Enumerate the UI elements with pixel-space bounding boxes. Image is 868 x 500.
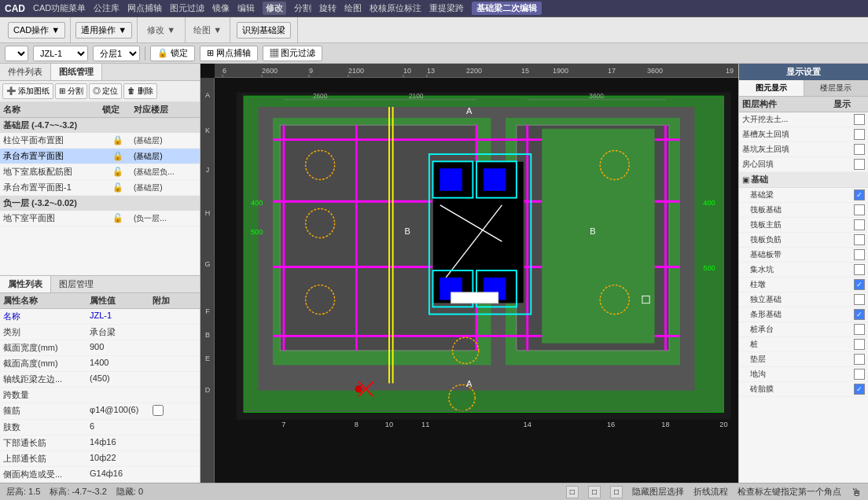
svg-text:2100: 2100	[409, 92, 424, 100]
layer-checkbox[interactable]	[854, 204, 865, 215]
prop-row[interactable]: 肢数6	[0, 420, 200, 436]
prop-row[interactable]: 截面高度(mm)1400	[0, 356, 200, 372]
layer-checkbox[interactable]	[854, 354, 865, 365]
menu-verify[interactable]: 校核原位标注	[370, 2, 421, 14]
menu-draw[interactable]: 绘图	[344, 2, 362, 14]
locate-button[interactable]: ◎ 定位	[89, 83, 123, 99]
list-item[interactable]: 柱位平面布置图 🔒 (基础层)	[0, 133, 200, 149]
layer-checkbox-checked[interactable]: ✓	[854, 279, 865, 290]
svg-text:A: A	[205, 91, 210, 99]
menu-secondary-edit[interactable]: 基础梁二次编辑	[472, 2, 542, 15]
snap-toggle3[interactable]: □	[610, 486, 623, 498]
snap-toggle2[interactable]: □	[588, 486, 601, 498]
layer-row[interactable]: 砖胎膜 ✓	[739, 382, 868, 397]
add-drawing-button[interactable]: ➕ 添加图纸	[2, 83, 53, 99]
list-item[interactable]: 地下室底板配筋图 🔓 (基础层负...	[0, 164, 200, 180]
layer-row[interactable]: 房心回填	[739, 157, 868, 172]
menu-cad[interactable]: CAD功能菜单	[33, 2, 86, 14]
filter-button[interactable]: ▦ 图元过滤	[263, 46, 322, 61]
svg-text:2200: 2200	[466, 67, 482, 75]
prop-row[interactable]: 类别承台梁	[0, 325, 200, 340]
layer-checkbox[interactable]	[854, 369, 865, 380]
layer-row[interactable]: 条形基础 ✓	[739, 307, 868, 322]
layer-row[interactable]: 垫层	[739, 352, 868, 367]
layer-checkbox[interactable]	[854, 264, 865, 275]
menu-edit[interactable]: 编辑	[237, 2, 255, 14]
layer-checkbox[interactable]	[854, 114, 865, 125]
tab-element-display[interactable]: 图元显示	[739, 80, 804, 96]
menu-modify[interactable]: 修改	[263, 2, 286, 15]
layer-checkbox[interactable]	[854, 249, 865, 260]
layer-row[interactable]: 集水坑	[739, 263, 868, 278]
lock-button[interactable]: 🔒 锁定	[150, 46, 195, 61]
menu-filter[interactable]: 图元过滤	[170, 2, 204, 14]
layer-checkbox-checked[interactable]: ✓	[854, 309, 865, 320]
menu-split[interactable]: 分割	[294, 2, 311, 14]
prop-row[interactable]: 跨数量	[0, 388, 200, 403]
layer-row[interactable]: 基础梁 ✓	[739, 188, 868, 203]
right-panel-tabs: 图元显示 楼层显示	[739, 80, 868, 97]
layer-row[interactable]: 基槽灰土回填	[739, 127, 868, 142]
menu-rotate[interactable]: 旋转	[319, 2, 337, 14]
layer-checkbox[interactable]	[854, 324, 865, 335]
file-floor: (基础层)	[134, 135, 197, 146]
layer-checkbox[interactable]	[854, 144, 865, 155]
identify-beam-button[interactable]: 识别基础梁	[237, 22, 291, 39]
layer-name: 大开挖去土...	[742, 114, 851, 125]
tab-drawing-mgmt[interactable]: 图纸管理	[51, 64, 102, 80]
layer-row[interactable]: 筏板负筋	[739, 233, 868, 248]
prop-row[interactable]: 上部通长筋10ф22	[0, 451, 200, 467]
prop-row[interactable]: 箍筋φ14@100(6)	[0, 403, 200, 420]
layer-checkbox[interactable]	[854, 159, 865, 170]
prop-row[interactable]: 侧面构造或受...G14ф16	[0, 467, 200, 483]
multipoint-snap-button[interactable]: ⊞ 网点捕轴	[200, 46, 258, 61]
snap-toggle[interactable]: □	[566, 486, 579, 498]
layer-row[interactable]: 大开挖去土...	[739, 112, 868, 127]
layer-checkbox[interactable]	[854, 339, 865, 350]
prop-row[interactable]: 轴线距梁左边...(450)	[0, 372, 200, 388]
tab-props[interactable]: 属性列表	[0, 276, 51, 292]
menu-snap[interactable]: 网点捕轴	[127, 2, 162, 14]
common-ops-button[interactable]: 通用操作 ▼	[75, 22, 132, 39]
delete-button[interactable]: 🗑 删除	[123, 83, 157, 99]
layer-row[interactable]: 地沟	[739, 367, 868, 382]
layer-row[interactable]: 基坑灰土回填	[739, 142, 868, 157]
toolbar-group-cad: CAD操作 ▼	[3, 17, 71, 42]
tab-layers[interactable]: 图层管理	[51, 276, 101, 292]
stirrup-checkbox[interactable]	[153, 405, 164, 416]
cad-area[interactable]: 6 2600 9 2100 10 13 2200 15 1900 17 3600…	[200, 64, 738, 483]
layer-checkbox[interactable]	[854, 129, 865, 140]
list-item[interactable]: 承台布置平面图 🔒 (基础层)	[0, 149, 200, 164]
cad-ops-button[interactable]: CAD操作 ▼	[8, 22, 65, 39]
prop-row[interactable]: 名称JZL-1	[0, 309, 200, 325]
layer-row[interactable]: 独立基础	[739, 292, 868, 307]
layer-row[interactable]: 桩承台	[739, 322, 868, 337]
menu-mirror[interactable]: 镜像	[212, 2, 230, 14]
prop-row[interactable]: 下部通长筋14ф16	[0, 436, 200, 451]
view-select[interactable]	[5, 46, 28, 61]
list-item[interactable]: 承台布置平面图-1 🔓 (基础层)	[0, 180, 200, 196]
layer-name: 桩承台	[750, 324, 851, 335]
beam-select[interactable]: JZL-1	[33, 46, 88, 61]
layer-checkbox-checked[interactable]: ✓	[854, 189, 865, 200]
menu-re-extract[interactable]: 重提梁跨	[429, 2, 464, 14]
layer-row[interactable]: 桩	[739, 337, 868, 352]
layer-group-header[interactable]: ▣ 基础	[739, 172, 868, 188]
drawing-canvas[interactable]: A A B B 2600 2100 3600 7 8 10 11 14 16 1…	[215, 78, 738, 483]
list-item[interactable]: 地下室平面图 🔓 (负一层...	[0, 211, 200, 226]
layer-checkbox[interactable]	[854, 219, 865, 230]
tab-floor-display[interactable]: 楼层显示	[804, 80, 869, 96]
layer-row[interactable]: 基础板带	[739, 248, 868, 263]
layer-row[interactable]: 柱墩 ✓	[739, 278, 868, 292]
layer-checkbox[interactable]	[854, 234, 865, 245]
layer-checkbox[interactable]	[854, 294, 865, 305]
status-cursor-icon: 🖱	[851, 486, 862, 498]
layer-row[interactable]: 筏板基础	[739, 203, 868, 218]
layer-select[interactable]: 分层1	[93, 46, 140, 61]
split-button[interactable]: ⊞ 分割	[55, 83, 87, 99]
prop-row[interactable]: 截面宽度(mm)900	[0, 340, 200, 356]
layer-row[interactable]: 筏板主筋	[739, 218, 868, 233]
tab-file-list[interactable]: 件件列表	[0, 64, 51, 80]
layer-checkbox-checked[interactable]: ✓	[854, 384, 865, 395]
menu-notes[interactable]: 公注库	[94, 2, 120, 14]
